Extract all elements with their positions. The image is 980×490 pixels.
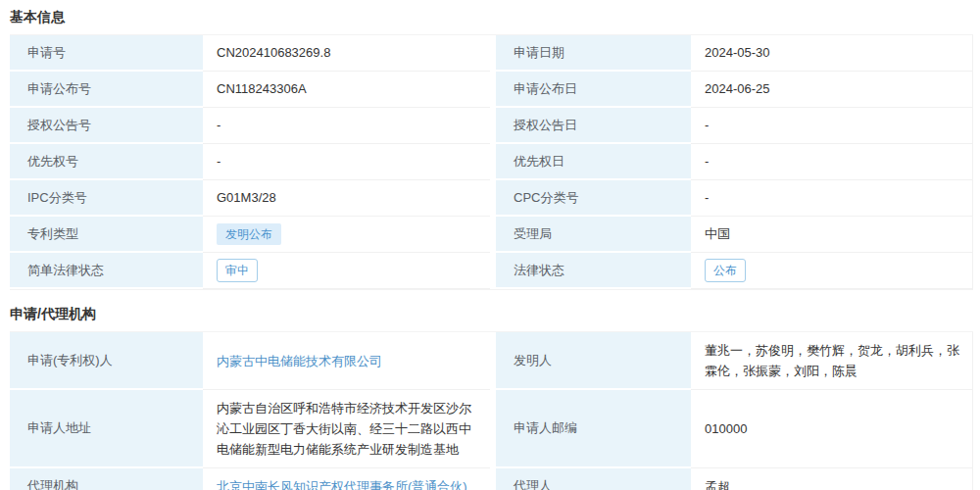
legal-status-badge: 公布 <box>705 259 746 282</box>
field-label-simple-legal-status: 简单法律状态 <box>10 253 203 289</box>
field-label-applicant: 申请(专利权)人 <box>10 332 203 390</box>
table-row: 申请公布号 CN118243306A 申请公布日 2024-06-25 <box>10 72 972 108</box>
field-value-publication-number: CN118243306A <box>203 72 490 108</box>
field-label-legal-status: 法律状态 <box>496 253 691 289</box>
table-row: 简单法律状态 审中 法律状态 公布 <box>10 253 972 289</box>
field-value-cpc-class: - <box>691 180 972 217</box>
field-value-application-number: CN202410683269.8 <box>203 35 490 72</box>
field-value-legal-status: 公布 <box>691 253 972 289</box>
field-value-applicant: 内蒙古中电储能技术有限公司 <box>203 332 490 390</box>
field-value-grant-number: - <box>203 108 490 144</box>
field-label-inventors: 发明人 <box>496 332 691 390</box>
field-value-priority-date: - <box>691 144 972 180</box>
table-row: 申请号 CN202410683269.8 申请日期 2024-05-30 <box>10 35 972 72</box>
field-value-ipc-class: G01M3/28 <box>203 180 490 217</box>
field-label-grant-number: 授权公告号 <box>10 108 203 144</box>
applicant-link[interactable]: 内蒙古中电储能技术有限公司 <box>217 351 382 371</box>
field-value-receiving-office: 中国 <box>691 217 972 253</box>
field-value-applicant-postcode: 010000 <box>691 390 972 468</box>
field-label-priority-number: 优先权号 <box>10 144 203 180</box>
field-label-priority-date: 优先权日 <box>496 144 691 180</box>
field-label-agent: 代理人 <box>496 468 691 490</box>
patent-type-badge: 发明公布 <box>217 223 281 245</box>
field-value-agent: 孟超 <box>691 468 972 490</box>
simple-legal-status-badge: 审中 <box>217 259 258 282</box>
table-row: 授权公告号 - 授权公告日 - <box>10 108 972 144</box>
field-value-application-date: 2024-05-30 <box>691 35 972 72</box>
field-value-patent-type: 发明公布 <box>203 217 490 253</box>
table-row: 代理机构 北京中南长风知识产权代理事务所(普通合伙) 代理人 孟超 <box>10 468 972 490</box>
patent-detail-page: 基本信息 申请号 CN202410683269.8 申请日期 2024-05-3… <box>0 0 980 490</box>
table-row: 专利类型 发明公布 受理局 中国 <box>10 217 972 253</box>
field-label-ipc-class: IPC分类号 <box>10 180 203 217</box>
field-label-grant-date: 授权公告日 <box>496 108 691 144</box>
field-value-publication-date: 2024-06-25 <box>691 72 972 108</box>
table-row: 优先权号 - 优先权日 - <box>10 144 972 180</box>
table-row: 申请人地址 内蒙古自治区呼和浩特市经济技术开发区沙尔沁工业园区丁香大街以南、经三… <box>10 390 972 468</box>
field-label-applicant-address: 申请人地址 <box>10 390 203 468</box>
field-value-simple-legal-status: 审中 <box>203 253 490 289</box>
field-value-applicant-address: 内蒙古自治区呼和浩特市经济技术开发区沙尔沁工业园区丁香大街以南、经三十二路以西中… <box>203 390 490 468</box>
field-value-agency: 北京中南长风知识产权代理事务所(普通合伙) <box>203 468 490 490</box>
table-row: 申请(专利权)人 内蒙古中电储能技术有限公司 发明人 董兆一，苏俊明，樊竹辉，贺… <box>10 332 972 390</box>
agency-link[interactable]: 北京中南长风知识产权代理事务所(普通合伙) <box>217 476 467 490</box>
field-value-grant-date: - <box>691 108 972 144</box>
field-label-cpc-class: CPC分类号 <box>496 180 691 217</box>
field-label-application-number: 申请号 <box>10 35 203 72</box>
field-value-inventors: 董兆一，苏俊明，樊竹辉，贺龙，胡利兵，张霖伦，张振蒙，刘阳，陈晨 <box>691 332 972 390</box>
field-label-patent-type: 专利类型 <box>10 217 203 253</box>
field-label-publication-number: 申请公布号 <box>10 72 203 108</box>
field-label-agency: 代理机构 <box>10 468 203 490</box>
field-label-application-date: 申请日期 <box>496 35 691 72</box>
basic-info-section-title: 基本信息 <box>10 8 973 25</box>
basic-info-table: 申请号 CN202410683269.8 申请日期 2024-05-30 申请公… <box>10 34 973 290</box>
field-label-publication-date: 申请公布日 <box>496 72 691 108</box>
field-label-receiving-office: 受理局 <box>496 217 691 253</box>
field-label-applicant-postcode: 申请人邮编 <box>496 390 691 468</box>
applicant-agency-table: 申请(专利权)人 内蒙古中电储能技术有限公司 发明人 董兆一，苏俊明，樊竹辉，贺… <box>10 331 973 490</box>
table-row: IPC分类号 G01M3/28 CPC分类号 - <box>10 180 972 217</box>
field-value-priority-number: - <box>203 144 490 180</box>
agency-section-title: 申请/代理机构 <box>10 305 973 322</box>
